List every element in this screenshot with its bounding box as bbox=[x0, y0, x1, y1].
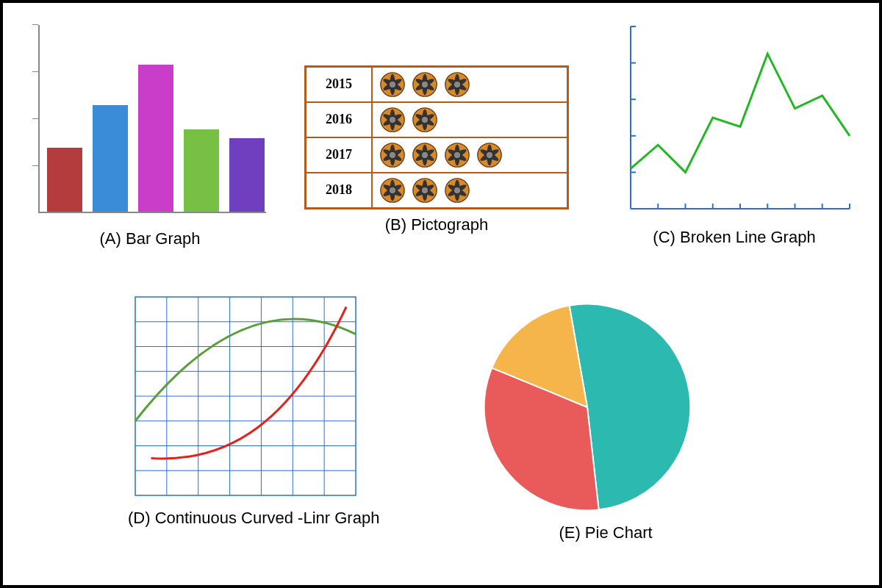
svg-point-24 bbox=[421, 116, 429, 123]
panel-pictograph: 2015201620172018 (B) Pictograph bbox=[304, 65, 569, 234]
bar-1 bbox=[47, 148, 82, 212]
curve-svg bbox=[128, 290, 363, 503]
propeller-icon bbox=[379, 141, 406, 169]
pie-chart bbox=[473, 297, 701, 517]
caption-a: (A) Bar Graph bbox=[25, 229, 275, 248]
pictograph-icons bbox=[373, 103, 567, 137]
bar-y-ticks bbox=[32, 25, 38, 213]
pictograph-icons bbox=[373, 138, 567, 172]
caption-e: (E) Pie Chart bbox=[473, 523, 738, 542]
svg-point-59 bbox=[453, 187, 461, 194]
svg-point-14 bbox=[453, 81, 461, 88]
propeller-icon bbox=[379, 106, 406, 134]
pictograph-icons bbox=[373, 173, 567, 207]
panel-bar-graph: (A) Bar Graph bbox=[25, 18, 275, 248]
panel-broken-line: (C) Broken Line Graph bbox=[613, 21, 856, 247]
propeller-icon bbox=[379, 176, 406, 204]
propeller-icon bbox=[379, 71, 406, 98]
svg-point-54 bbox=[421, 187, 429, 194]
pictograph-table: 2015201620172018 bbox=[304, 65, 569, 209]
propeller-icon bbox=[411, 141, 439, 169]
propeller-icon bbox=[411, 106, 439, 134]
svg-point-19 bbox=[389, 116, 396, 123]
propeller-icon bbox=[443, 141, 471, 169]
panel-curved-line: (D) Continuous Curved -Linr Graph bbox=[128, 290, 392, 528]
chart-gallery-frame: (A) Bar Graph 2015201620172018 (B) Picto… bbox=[0, 0, 882, 588]
pictograph-year: 2015 bbox=[306, 68, 373, 101]
pictograph-year: 2016 bbox=[306, 103, 373, 137]
propeller-icon bbox=[443, 176, 471, 204]
curved-line-chart bbox=[128, 290, 363, 503]
svg-point-44 bbox=[486, 151, 493, 159]
bar-series bbox=[47, 28, 265, 212]
propeller-icon bbox=[443, 71, 471, 98]
pictograph-icons bbox=[373, 68, 567, 101]
pictograph-row: 2015 bbox=[306, 68, 567, 101]
pictograph-row: 2016 bbox=[306, 101, 567, 137]
pictograph-year: 2017 bbox=[306, 138, 373, 172]
bar-4 bbox=[184, 129, 219, 212]
svg-point-39 bbox=[453, 151, 461, 159]
pictograph-year: 2018 bbox=[306, 173, 373, 207]
bar-5 bbox=[229, 138, 265, 212]
propeller-icon bbox=[411, 176, 439, 204]
bar-3 bbox=[138, 65, 173, 212]
bar-chart bbox=[25, 18, 275, 223]
svg-point-29 bbox=[389, 151, 396, 159]
bar-2 bbox=[93, 105, 128, 212]
broken-line-chart bbox=[613, 21, 856, 226]
svg-point-4 bbox=[389, 81, 396, 88]
panel-pie: (E) Pie Chart bbox=[473, 297, 738, 542]
pictograph-row: 2018 bbox=[306, 172, 567, 207]
line-svg bbox=[613, 21, 856, 226]
svg-point-9 bbox=[421, 81, 429, 88]
caption-d: (D) Continuous Curved -Linr Graph bbox=[128, 509, 392, 528]
caption-c: (C) Broken Line Graph bbox=[613, 228, 856, 247]
pictograph-row: 2017 bbox=[306, 137, 567, 172]
propeller-icon bbox=[476, 141, 503, 169]
caption-b: (B) Pictograph bbox=[304, 215, 569, 234]
svg-point-34 bbox=[421, 151, 429, 159]
propeller-icon bbox=[411, 71, 439, 98]
pie-svg bbox=[477, 297, 698, 517]
svg-point-49 bbox=[389, 187, 396, 194]
